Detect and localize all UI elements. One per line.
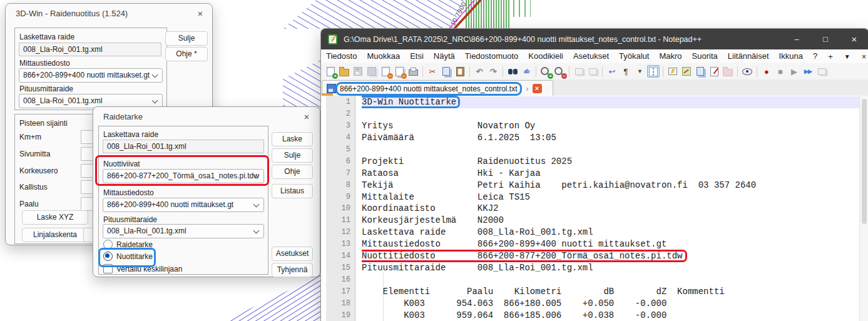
editor-line-7[interactable]: Rataosa Hki - Karjaa bbox=[362, 168, 859, 180]
scrollbar-thumb[interactable] bbox=[862, 99, 867, 224]
menu-liit-nn-iset[interactable]: Liitännäiset bbox=[723, 49, 774, 63]
tab-active-document[interactable]: 866+200-899+400 nuotti mittaukset_notes_… bbox=[322, 80, 553, 96]
title-bar[interactable]: G:\Oma Drive\1_RATA 2025\2_NRC\866+200-8… bbox=[321, 29, 868, 49]
editor-line-6[interactable]: Projekti Raidenuotitus 2025 bbox=[362, 156, 859, 168]
linjalaskenta-button[interactable]: Linjalaskenta bbox=[22, 228, 88, 242]
close-icon[interactable]: × bbox=[193, 8, 207, 20]
new-tab-icon[interactable]: + bbox=[822, 52, 839, 61]
vertailu-checkbox[interactable]: Vertailu keskilinjaan bbox=[103, 264, 182, 273]
tab-close-icon[interactable]: × bbox=[533, 84, 542, 93]
nuottitarke-radio[interactable]: Nuottitarke bbox=[103, 252, 153, 261]
nuottiviivat-combobox[interactable]: 866+200-877+200_Törmä_osa1_notes.pi.tdw bbox=[103, 169, 264, 183]
menu-suorita[interactable]: Suorita bbox=[687, 49, 723, 63]
text-area[interactable]: 3D-Win NuottitarkeYritys Novatron OyPäiv… bbox=[362, 96, 859, 321]
menu-etsi[interactable]: Etsi bbox=[405, 49, 429, 63]
indent-guide-icon[interactable] bbox=[647, 65, 660, 78]
menu-asetukset[interactable]: Asetukset bbox=[568, 49, 614, 63]
macro-record-icon[interactable]: ● bbox=[760, 65, 773, 78]
minimize-icon[interactable]: – bbox=[782, 29, 811, 49]
editor-line-10[interactable]: Koordinaatisto KKJ2 bbox=[362, 203, 859, 215]
document-map-icon[interactable] bbox=[680, 65, 693, 78]
editor-line-3[interactable]: Yritys Novatron Oy bbox=[362, 120, 859, 132]
editor-line-15[interactable]: Pituusmittaraide 008_Lla-Roi_001.tg.xml bbox=[362, 262, 859, 274]
editor-line-2[interactable] bbox=[362, 108, 859, 120]
close-icon[interactable]: × bbox=[300, 111, 314, 123]
line-number-margin[interactable]: 12345678910111213141516171819 bbox=[326, 96, 355, 321]
laske-xyz-button[interactable]: Laske XYZ bbox=[22, 210, 88, 225]
new-file-icon[interactable]: + bbox=[324, 65, 337, 78]
undo-icon[interactable]: ↶ bbox=[473, 65, 486, 78]
menu-n-yt-[interactable]: Näytä bbox=[429, 49, 460, 63]
sync-horizontal-icon[interactable] bbox=[586, 65, 599, 78]
editor-line-12[interactable]: Laskettava raide 008_Lla-Roi_001.tg.xml bbox=[362, 227, 859, 238]
editor-line-4[interactable]: Päivämäärä 6.1.2025 13:05 bbox=[362, 132, 859, 144]
editor-line-18[interactable]: K003 954.063 866+180.005 +0.050 -0.000 bbox=[362, 298, 859, 310]
show-all-chars-icon[interactable]: ¶ bbox=[620, 65, 632, 78]
asetukset-button[interactable]: Asetukset bbox=[272, 247, 313, 261]
menu-ikkuna[interactable]: Ikkuna bbox=[774, 49, 808, 63]
zoom-in-icon[interactable]: + bbox=[539, 65, 552, 78]
paragraph-dropdown-icon[interactable]: ▼ bbox=[633, 65, 646, 78]
editor-line-5[interactable] bbox=[362, 144, 859, 156]
editor-line-17[interactable]: Elementti Paalu Kilometri dB dZ Kommentt… bbox=[362, 286, 859, 298]
editor-line-11[interactable]: Korkeusjärjestelmä N2000 bbox=[362, 215, 859, 227]
ohje-button[interactable]: Ohje * bbox=[165, 47, 208, 61]
maximize-icon[interactable]: □ bbox=[811, 29, 840, 49]
toolbar-separator bbox=[469, 66, 470, 77]
laske-button[interactable]: Laske bbox=[272, 132, 313, 146]
close-file-icon[interactable]: − bbox=[379, 65, 392, 78]
save-all-icon[interactable] bbox=[365, 65, 378, 78]
menu-koodikieli[interactable]: Koodikieli bbox=[523, 49, 568, 63]
menu-makro[interactable]: Makro bbox=[654, 49, 687, 63]
paste-icon[interactable] bbox=[454, 65, 466, 78]
folder-workspace-icon[interactable] bbox=[722, 65, 734, 78]
menu-ty-kalut[interactable]: Työkalut bbox=[614, 49, 654, 63]
tyhjenna-button[interactable]: Tyhjennä bbox=[272, 263, 313, 277]
macro-run-icon[interactable]: ▶▶ bbox=[802, 65, 814, 78]
pituusmittaraide-combobox[interactable]: 008_Lla-Roi_001.tg.xml bbox=[103, 224, 264, 238]
editor-line-19[interactable]: K003 959.064 866+185.006 +0.038 -0.000 bbox=[362, 310, 859, 321]
find-icon[interactable] bbox=[506, 65, 519, 78]
listaus-button[interactable]: Listaus bbox=[272, 184, 313, 198]
cut-icon[interactable]: ✂ bbox=[426, 65, 439, 78]
vertical-scrollbar[interactable] bbox=[859, 96, 868, 321]
replace-icon[interactable]: ab bbox=[520, 65, 533, 78]
editor-line-13[interactable]: Mittaustiedosto 866+200-899+400 nuotti m… bbox=[362, 238, 859, 250]
print-icon[interactable] bbox=[407, 65, 419, 78]
sulje-button[interactable]: Sulje bbox=[272, 148, 313, 163]
open-folder-icon[interactable] bbox=[338, 65, 350, 78]
editor[interactable]: 12345678910111213141516171819 3D-Win Nuo… bbox=[321, 96, 868, 321]
save-icon[interactable] bbox=[352, 65, 364, 78]
sulje-button[interactable]: Sulje bbox=[165, 31, 208, 46]
sync-vertical-icon[interactable] bbox=[573, 65, 585, 78]
close-icon[interactable]: × bbox=[840, 29, 868, 49]
editor-line-14[interactable]: Nuottitiedosto 866+200-877+200_Törmä_osa… bbox=[362, 250, 859, 262]
menu-muokkaa[interactable]: Muokkaa bbox=[362, 49, 405, 63]
window-list-icon[interactable]: ▼ bbox=[839, 53, 856, 60]
shortcut-mapper-icon[interactable] bbox=[666, 65, 679, 78]
menu-?[interactable]: ? bbox=[808, 49, 822, 63]
bookmark-margin[interactable] bbox=[355, 96, 362, 321]
view-eye-icon[interactable] bbox=[741, 65, 753, 78]
macro-stop-icon[interactable]: ■ bbox=[774, 65, 787, 78]
ohje-button[interactable]: Ohje bbox=[272, 165, 313, 179]
copy-icon[interactable] bbox=[440, 65, 452, 78]
document-list-icon[interactable] bbox=[694, 65, 707, 78]
menu-tiedosto[interactable]: Tiedosto bbox=[321, 49, 362, 63]
macro-play-icon[interactable]: ▶ bbox=[788, 65, 800, 78]
mittaustiedosto-combobox[interactable]: 866+200-899+400 nuotti mittaukset.gt bbox=[103, 198, 264, 212]
word-wrap-icon[interactable]: ↩ bbox=[606, 65, 618, 78]
mittaustiedosto-combobox[interactable]: 866+200-899+400 nuotti mittaukset.gt bbox=[19, 68, 163, 83]
editor-line-9[interactable]: Mittalaite Leica TS15 bbox=[362, 191, 859, 203]
raidetarke-radio[interactable]: Raidetarke bbox=[103, 240, 153, 249]
editor-line-1[interactable]: 3D-Win Nuottitarke bbox=[362, 96, 859, 108]
zoom-out-icon[interactable]: − bbox=[553, 65, 566, 78]
editor-line-16[interactable] bbox=[362, 274, 859, 286]
redo-icon[interactable]: ↷ bbox=[487, 65, 499, 78]
menu-tiedostomuoto[interactable]: Tiedostomuoto bbox=[460, 49, 524, 63]
ghost-typing-icon[interactable] bbox=[708, 65, 720, 78]
close-all-icon[interactable]: − bbox=[393, 65, 406, 78]
macro-save-icon[interactable] bbox=[815, 65, 828, 78]
close-tab-icon[interactable]: × bbox=[856, 52, 868, 61]
editor-line-8[interactable]: Tekijä Petri Kaihia petri.kaihia@novatro… bbox=[362, 180, 859, 191]
